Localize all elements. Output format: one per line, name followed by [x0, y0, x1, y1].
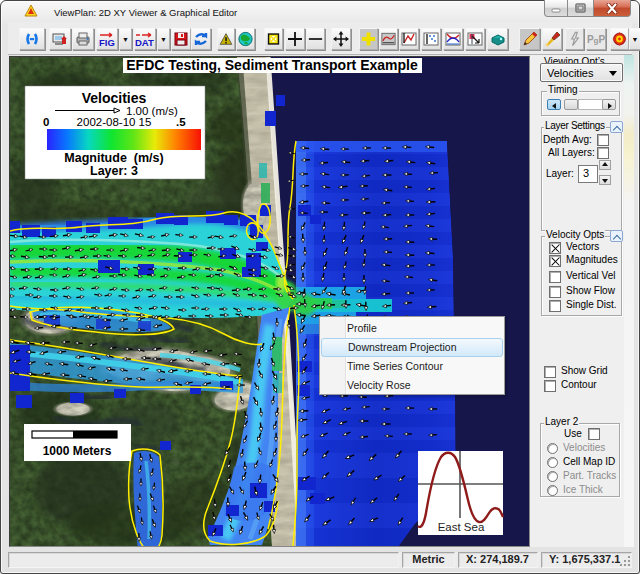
- svg-text:2002-08-10 15: 2002-08-10 15: [77, 116, 152, 128]
- svg-text:Magnitude (m/s): Magnitude (m/s): [64, 151, 163, 165]
- svg-text:FIG: FIG: [99, 37, 115, 48]
- svg-text:Layer: 3: Layer: 3: [90, 164, 138, 178]
- svg-text:EFDC Testing, Sediment Transpo: EFDC Testing, Sediment Transport Example: [126, 57, 418, 73]
- svg-text:0: 0: [43, 116, 49, 128]
- svg-text:East Sea: East Sea: [438, 521, 485, 533]
- svg-text:DAT: DAT: [135, 37, 154, 48]
- svg-text:.5: .5: [176, 116, 186, 128]
- svg-text:Velocities: Velocities: [82, 90, 147, 106]
- svg-text:1000 Meters: 1000 Meters: [43, 444, 112, 458]
